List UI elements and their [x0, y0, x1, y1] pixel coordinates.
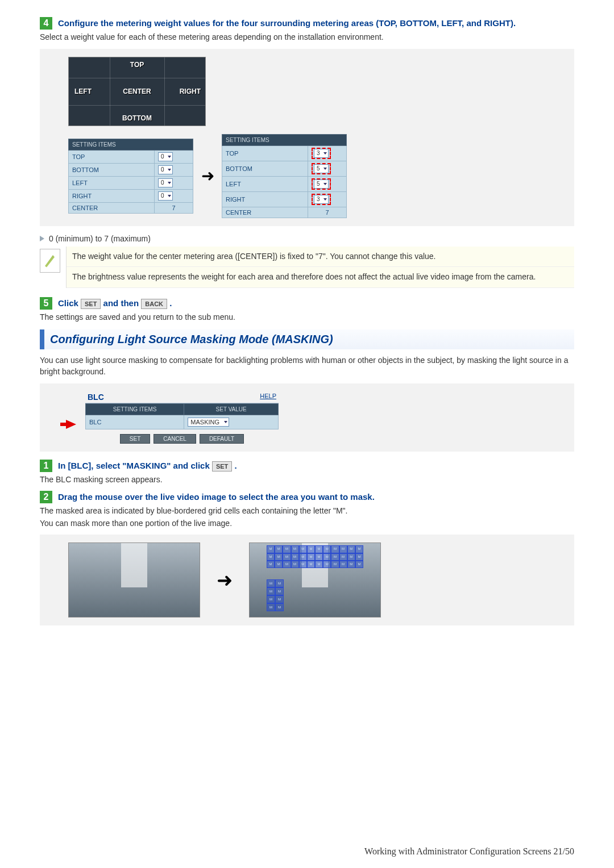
step1-title: In [BLC], select "MASKING" and click SET…: [58, 460, 237, 472]
mask-cell: M: [275, 587, 284, 595]
diagram-right-label: RIGHT: [180, 87, 201, 95]
mask-cell: M: [307, 561, 315, 568]
blc-select[interactable]: MASKING: [188, 418, 229, 427]
diagram-center-label: CENTER: [123, 87, 151, 95]
diagram-left-label: LEFT: [74, 87, 92, 95]
diagram-top-label: TOP: [130, 61, 144, 69]
mask-cell: M: [355, 545, 363, 553]
step5-number: 5: [40, 297, 52, 310]
mask-cell: M: [299, 553, 307, 561]
bottom-select-after[interactable]: 5: [314, 164, 329, 173]
step4-body: Select a weight value for each of these …: [40, 32, 574, 43]
mask-cell: M: [323, 553, 331, 561]
mask-cell: M: [275, 595, 284, 603]
mask-cell: M: [291, 545, 299, 553]
mask-cell: M: [315, 553, 323, 561]
step2-number: 2: [40, 491, 52, 503]
blc-row-label: BLC: [86, 415, 184, 429]
note-panel: The weight value for the center metering…: [66, 247, 574, 288]
mask-cell: M: [307, 553, 315, 561]
mask-cell: M: [339, 561, 347, 568]
step2-figure: ➜ MMMMMMMMMMMMMMMMMMMMMMMMMMMMMMMMMMMM M…: [40, 535, 574, 625]
mask-cell: M: [323, 561, 331, 568]
step2-body1: The masked area is indicated by blue-bor…: [40, 506, 574, 517]
settings-table-before: SETTING ITEMS TOP0 BOTTOM0 LEFT0 RIGHT0 …: [68, 139, 193, 214]
step1-number: 1: [40, 460, 52, 472]
mask-cell: M: [355, 561, 363, 568]
mask-cell: M: [307, 545, 315, 553]
default-button[interactable]: DEFAULT: [200, 434, 244, 444]
mask-cell: M: [275, 603, 284, 611]
left-select-after[interactable]: 5: [314, 180, 329, 189]
help-link[interactable]: HELP: [260, 393, 276, 402]
mask-cell: M: [267, 595, 275, 603]
mask-cell: M: [267, 579, 275, 587]
blc-figure: BLC HELP SETTING ITEMS SET VALUE BLC MAS…: [40, 383, 574, 452]
back-button[interactable]: BACK: [141, 299, 167, 309]
top-select-before[interactable]: 0: [158, 152, 173, 161]
mask-cell: M: [315, 561, 323, 568]
table-row: BOTTOM0: [69, 163, 193, 176]
mask-cell: M: [299, 545, 307, 553]
mask-cell: M: [275, 553, 283, 561]
metering-diagram: TOP BOTTOM LEFT RIGHT CENTER: [68, 57, 206, 126]
step4-number: 4: [40, 17, 52, 30]
settings-table-after: SETTING ITEMS TOP3 BOTTOM5 LEFT5 RIGHT3 …: [222, 134, 347, 218]
table-row: TOP0: [69, 150, 193, 163]
top-select-after[interactable]: 3: [314, 149, 329, 158]
bullet-icon: [40, 236, 44, 241]
arrow-icon: ➜: [210, 569, 239, 591]
live-image-after[interactable]: MMMMMMMMMMMMMMMMMMMMMMMMMMMMMMMMMMMM MMM…: [249, 542, 381, 617]
step5-title: Click SET and then BACK .: [58, 297, 172, 310]
center-value-before: 7: [155, 202, 193, 213]
right-select-before[interactable]: 0: [158, 191, 173, 201]
note-text: The brightness value represents the weig…: [67, 267, 574, 288]
settings-header: SETTING ITEMS: [222, 134, 347, 145]
table-row: BLC MASKING: [86, 415, 279, 429]
mask-cell: M: [267, 561, 275, 568]
mask-cell: M: [315, 545, 323, 553]
mask-cell: M: [331, 553, 339, 561]
set-button[interactable]: SET: [81, 299, 101, 309]
table-row: RIGHT3: [222, 191, 347, 207]
mask-cell: M: [275, 561, 283, 568]
step5-body: The settings are saved and you return to…: [40, 312, 574, 323]
table-row: LEFT0: [69, 176, 193, 189]
table-row: LEFT5: [222, 176, 347, 191]
mask-cell: M: [275, 579, 284, 587]
mask-cell: M: [283, 553, 291, 561]
left-select-before[interactable]: 0: [158, 178, 173, 187]
mask-cell: M: [323, 545, 331, 553]
table-row: BOTTOM5: [222, 161, 347, 176]
diagram-bottom-label: BOTTOM: [122, 114, 152, 122]
bottom-select-before[interactable]: 0: [158, 165, 173, 174]
section-header: Configuring Light Source Masking Mode (M…: [40, 329, 574, 349]
note-text: The weight value for the center metering…: [67, 247, 574, 268]
mask-cell: M: [347, 545, 355, 553]
mask-cell: M: [339, 545, 347, 553]
settings-header: SETTING ITEMS: [69, 139, 193, 150]
page-footer: Working with Administrator Configuration…: [364, 846, 574, 857]
blc-col1: SETTING ITEMS: [86, 403, 184, 415]
masking-intro: You can use light source masking to comp…: [40, 355, 574, 377]
set-button[interactable]: SET: [120, 434, 150, 444]
mask-cell: M: [267, 553, 275, 561]
range-note: 0 (minimum) to 7 (maximum): [49, 234, 151, 243]
table-row: CENTER7: [222, 207, 347, 218]
set-button[interactable]: SET: [212, 461, 232, 471]
section-title: Configuring Light Source Masking Mode (M…: [50, 333, 333, 345]
mask-cell: M: [299, 561, 307, 568]
mask-cell: M: [267, 545, 275, 553]
mask-cell: M: [291, 561, 299, 568]
red-arrow-icon: [66, 420, 76, 429]
step1-body: The BLC masking screen appears.: [40, 474, 574, 486]
cancel-button[interactable]: CANCEL: [154, 434, 196, 444]
live-image-before[interactable]: [68, 542, 200, 617]
right-select-after[interactable]: 3: [314, 195, 329, 204]
note-icon: [40, 249, 60, 273]
mask-cell: M: [355, 553, 363, 561]
mask-cell: M: [291, 553, 299, 561]
table-row: TOP3: [222, 145, 347, 161]
mask-cell: M: [339, 553, 347, 561]
mask-cell: M: [275, 545, 283, 553]
